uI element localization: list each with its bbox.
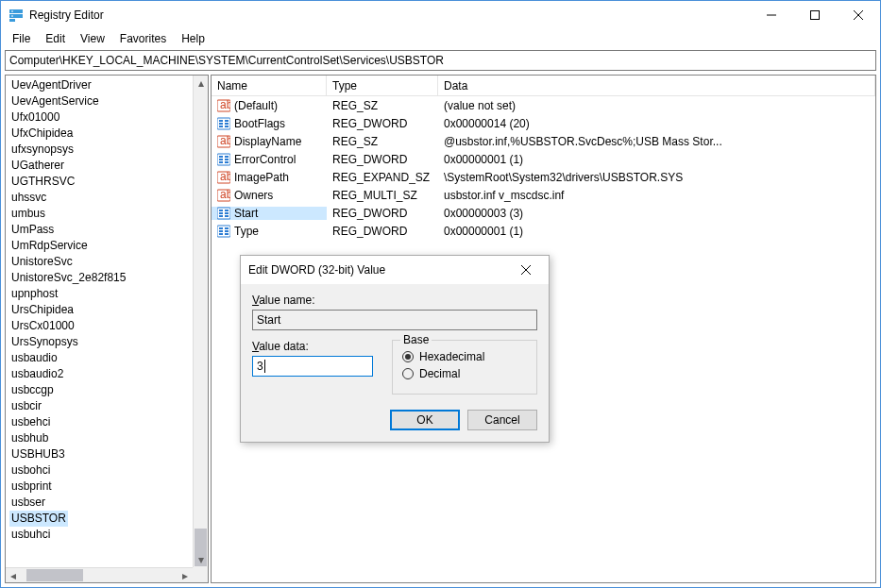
scroll-up-arrow[interactable]: ▴: [194, 76, 208, 91]
tree-node[interactable]: UevAgentDriver: [9, 77, 193, 93]
cancel-button[interactable]: Cancel: [467, 410, 537, 430]
scroll-right-arrow[interactable]: ▸: [178, 568, 193, 582]
tree-node[interactable]: usbser: [9, 495, 193, 511]
listview-row[interactable]: abDisplayNameREG_SZ@usbstor.inf,%USBSTOR…: [212, 132, 875, 150]
maximize-button[interactable]: [793, 1, 837, 29]
tree-horizontal-scrollbar[interactable]: ◂ ▸: [6, 567, 193, 582]
edit-dword-dialog: Edit DWORD (32-bit) Value Value name: Va…: [240, 255, 550, 443]
svg-rect-36: [219, 215, 223, 217]
svg-rect-40: [225, 227, 229, 229]
tree-node[interactable]: usbprint: [9, 479, 193, 495]
radio-decimal[interactable]: Decimal: [402, 367, 527, 380]
menubar: File Edit View Favorites Help: [1, 29, 880, 48]
scroll-down-arrow[interactable]: ▾: [194, 552, 208, 567]
tree-node[interactable]: UfxChipidea: [9, 126, 193, 142]
tree-node[interactable]: usbohci: [9, 462, 193, 479]
tree-node[interactable]: usbaudio2: [9, 366, 193, 382]
dialog-titlebar[interactable]: Edit DWORD (32-bit) Value: [241, 256, 549, 284]
tree-node[interactable]: uhssvc: [9, 190, 193, 206]
menu-edit[interactable]: Edit: [38, 30, 73, 47]
svg-rect-44: [225, 233, 229, 235]
cell-type: REG_SZ: [327, 99, 438, 112]
tree-node[interactable]: usbcir: [9, 398, 193, 414]
tree-node[interactable]: UmPass: [9, 222, 193, 238]
svg-rect-14: [219, 123, 223, 125]
value-name-field[interactable]: [252, 310, 537, 330]
tree-node[interactable]: UrsChipidea: [9, 302, 193, 318]
svg-rect-6: [811, 11, 820, 20]
listview-row[interactable]: ErrorControlREG_DWORD0x00000001 (1): [212, 150, 875, 168]
tree-node[interactable]: UnistoreSvc_2e82f815: [9, 270, 193, 286]
tree-node[interactable]: UnistoreSvc: [9, 254, 193, 270]
value-data-field[interactable]: 3: [252, 356, 373, 377]
cell-type: REG_SZ: [327, 135, 438, 148]
svg-rect-4: [11, 16, 13, 17]
svg-text:ab: ab: [220, 135, 230, 147]
svg-rect-43: [219, 233, 223, 235]
radio-hexadecimal[interactable]: Hexadecimal: [402, 350, 527, 363]
ok-button[interactable]: OK: [390, 410, 460, 430]
svg-rect-22: [225, 156, 229, 158]
scroll-left-arrow[interactable]: ◂: [6, 568, 21, 582]
window-controls: [750, 1, 880, 29]
tree-node[interactable]: umbus: [9, 206, 193, 222]
cell-type: REG_DWORD: [327, 207, 438, 220]
dialog-close-button[interactable]: [511, 256, 541, 284]
listview-row[interactable]: StartREG_DWORD0x00000003 (3): [212, 204, 875, 222]
tree-node[interactable]: UrsSynopsys: [9, 334, 193, 350]
tree-node[interactable]: USBHUB3: [9, 446, 193, 462]
scroll-corner: [193, 567, 208, 582]
value-name-label: Value name:: [252, 294, 537, 307]
cell-name: ErrorControl: [212, 153, 327, 166]
listview-row[interactable]: abOwnersREG_MULTI_SZusbstor.inf v_mscdsc…: [212, 186, 875, 204]
cell-name: abDisplayName: [212, 135, 327, 148]
svg-rect-3: [11, 11, 13, 12]
menu-favorites[interactable]: Favorites: [112, 30, 174, 47]
tree-node[interactable]: usbehci: [9, 414, 193, 430]
svg-rect-41: [219, 230, 223, 232]
menu-help[interactable]: Help: [174, 30, 212, 47]
svg-rect-13: [225, 120, 229, 122]
tree-node[interactable]: Ufx01000: [9, 109, 193, 126]
tree-node[interactable]: UevAgentService: [9, 93, 193, 109]
tree-node[interactable]: usbhub: [9, 430, 193, 446]
listview-row[interactable]: abImagePathREG_EXPAND_SZ\SystemRoot\Syst…: [212, 168, 875, 186]
tree-node[interactable]: usbccgp: [9, 382, 193, 398]
cell-name: Type: [212, 225, 327, 238]
listview-row[interactable]: BootFlagsREG_DWORD0x00000014 (20): [212, 114, 875, 132]
cell-type: REG_DWORD: [327, 117, 438, 130]
value-data-label: Value data:: [252, 340, 373, 353]
window-title: Registry Editor: [29, 8, 750, 22]
tree-node[interactable]: upnphost: [9, 286, 193, 302]
close-button[interactable]: [837, 1, 880, 29]
tree-node[interactable]: UmRdpService: [9, 238, 193, 254]
tree-node[interactable]: USBSTOR: [9, 511, 68, 527]
tree-node[interactable]: UrsCx01000: [9, 318, 193, 334]
listview-row[interactable]: TypeREG_DWORD0x00000001 (1): [212, 222, 875, 240]
menu-view[interactable]: View: [73, 30, 112, 47]
radio-icon: [402, 351, 414, 362]
svg-rect-35: [225, 212, 229, 214]
tree-node[interactable]: ufxsynopsys: [9, 142, 193, 158]
listview-row[interactable]: ab(Default)REG_SZ(value not set): [212, 96, 875, 114]
tree-vertical-scrollbar[interactable]: ▴ ▾: [193, 76, 208, 567]
column-header-type[interactable]: Type: [327, 76, 438, 95]
column-header-name[interactable]: Name: [212, 76, 327, 95]
tree-node[interactable]: usbaudio: [9, 350, 193, 366]
tree-node[interactable]: UGatherer: [9, 158, 193, 174]
cell-data: @usbstor.inf,%USBSTOR.SvcDesc%;USB Mass …: [438, 135, 875, 148]
address-input[interactable]: [9, 54, 872, 67]
cell-data: (value not set): [438, 99, 875, 112]
svg-rect-25: [219, 161, 223, 163]
tree-node[interactable]: usbuhci: [9, 527, 193, 543]
tree-node[interactable]: UGTHRSVC: [9, 174, 193, 190]
address-bar[interactable]: [5, 50, 876, 71]
column-header-data[interactable]: Data: [438, 76, 875, 95]
scroll-thumb[interactable]: [26, 569, 83, 581]
cell-data: \SystemRoot\System32\drivers\USBSTOR.SYS: [438, 171, 875, 184]
cell-name: Start: [212, 207, 327, 220]
cell-type: REG_EXPAND_SZ: [327, 171, 438, 184]
svg-text:ab: ab: [220, 99, 230, 111]
minimize-button[interactable]: [750, 1, 793, 29]
menu-file[interactable]: File: [5, 30, 38, 47]
